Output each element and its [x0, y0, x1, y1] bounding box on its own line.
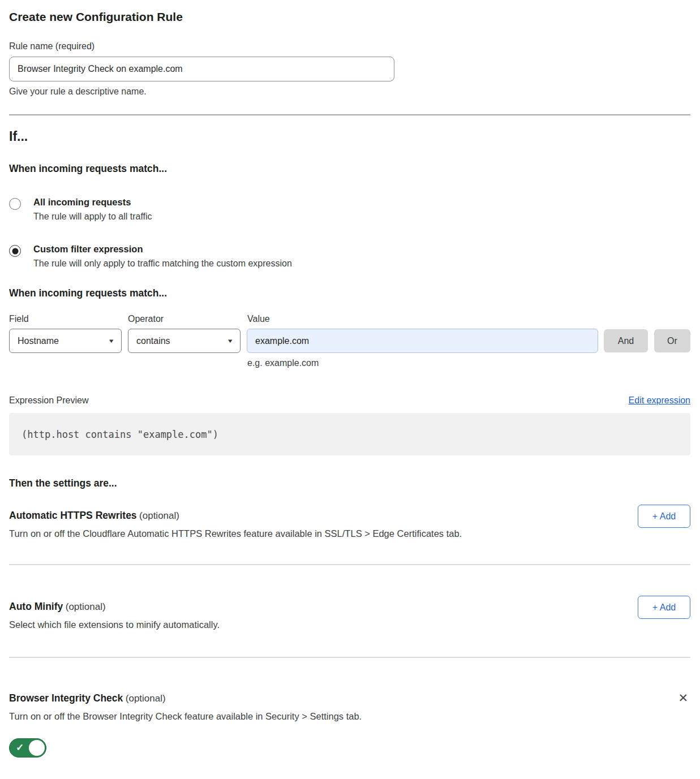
expression-code: (http.host contains "example.com") — [22, 429, 218, 440]
filter-column-labels: Field Operator Value — [9, 314, 690, 324]
radio-option-label: All incoming requests — [33, 197, 152, 208]
setting-title: Auto Minify — [9, 601, 63, 612]
setting-optional-tag: (optional) — [139, 510, 179, 521]
if-heading: If... — [9, 129, 690, 144]
expression-preview-header: Expression Preview Edit expression — [9, 395, 690, 406]
setting-divider — [9, 564, 690, 565]
radio-option-all-incoming-requests[interactable]: All incoming requests The rule will appl… — [9, 197, 690, 222]
when-requests-match-heading: When incoming requests match... — [9, 163, 690, 175]
setting-title: Browser Integrity Check — [9, 692, 123, 704]
field-column-label: Field — [9, 314, 128, 324]
value-column-label: Value — [247, 314, 690, 324]
value-input[interactable] — [247, 329, 598, 353]
radio-button-unselected[interactable] — [9, 198, 21, 210]
operator-select-value: contains — [136, 336, 170, 346]
setting-title: Automatic HTTPS Rewrites — [9, 510, 137, 521]
radio-option-description: The rule will apply to all traffic — [33, 212, 152, 222]
section-divider — [9, 114, 690, 115]
setting-browser-integrity-check: Browser Integrity Check (optional) Turn … — [9, 687, 690, 760]
chevron-down-icon: ▾ — [229, 337, 233, 345]
check-icon: ✓ — [16, 742, 24, 754]
browser-integrity-check-toggle[interactable]: ✓ — [9, 738, 46, 758]
chevron-down-icon: ▾ — [110, 337, 114, 345]
radio-option-description: The rule will only apply to traffic matc… — [33, 259, 292, 269]
toggle-knob — [29, 740, 45, 756]
operator-select[interactable]: contains ▾ — [128, 329, 241, 353]
radio-option-label: Custom filter expression — [33, 244, 292, 255]
field-select[interactable]: Hostname ▾ — [9, 329, 122, 353]
operator-column-label: Operator — [128, 314, 247, 324]
edit-expression-link[interactable]: Edit expression — [629, 395, 690, 406]
and-button[interactable]: And — [604, 329, 648, 352]
value-hint: e.g. example.com — [247, 358, 690, 368]
filter-builder-heading: When incoming requests match... — [9, 287, 690, 299]
setting-optional-tag: (optional) — [66, 601, 106, 612]
then-settings-heading: Then the settings are... — [9, 477, 690, 489]
expression-preview-label: Expression Preview — [9, 395, 89, 406]
setting-description: Select which file extensions to minify a… — [9, 619, 220, 630]
setting-description: Turn on or off the Cloudflare Automatic … — [9, 528, 462, 539]
add-setting-button[interactable]: + Add — [638, 596, 690, 619]
rule-name-input[interactable] — [9, 57, 394, 81]
radio-button-selected[interactable] — [9, 245, 21, 257]
setting-auto-minify: Auto Minify (optional) Select which file… — [9, 596, 690, 630]
setting-divider — [9, 657, 690, 658]
remove-setting-button[interactable]: ✕ — [676, 690, 690, 706]
setting-optional-tag: (optional) — [126, 693, 166, 704]
expression-preview-box: (http.host contains "example.com") — [9, 413, 690, 455]
page-title: Create new Configuration Rule — [9, 10, 690, 24]
rule-name-help: Give your rule a descriptive name. — [9, 87, 690, 97]
field-select-value: Hostname — [18, 336, 59, 346]
rule-name-label: Rule name (required) — [9, 41, 690, 51]
close-icon: ✕ — [678, 691, 688, 704]
setting-automatic-https-rewrites: Automatic HTTPS Rewrites (optional) Turn… — [9, 505, 690, 539]
create-configuration-rule-page: Create new Configuration Rule Rule name … — [0, 0, 700, 779]
add-setting-button[interactable]: + Add — [638, 505, 690, 528]
or-button[interactable]: Or — [654, 329, 690, 352]
filter-expression-row: Hostname ▾ contains ▾ And Or — [9, 329, 690, 353]
radio-option-custom-filter-expression[interactable]: Custom filter expression The rule will o… — [9, 244, 690, 269]
setting-description: Turn on or off the Browser Integrity Che… — [9, 711, 362, 722]
